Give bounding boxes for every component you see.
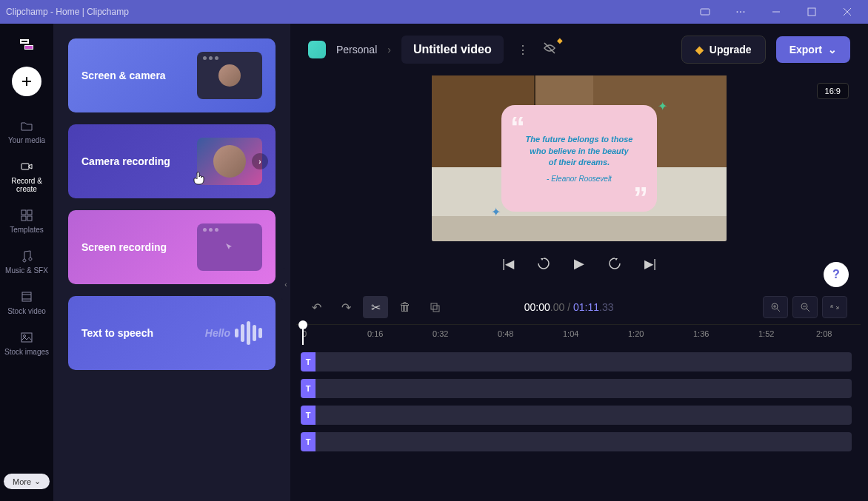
forward-button[interactable] [604,253,625,274]
zoom-out-button[interactable] [792,296,818,318]
timeline-toolbar: ↶ ↷ ✂ 🗑 00:00.00 / 01:11.33 [290,290,861,324]
timeline-track[interactable]: T [301,351,861,373]
zoom-in-button[interactable] [763,296,788,318]
upgrade-button[interactable]: ◆ Upgrade [681,36,766,64]
minimize-icon[interactable] [761,1,791,22]
card-screen-camera[interactable]: Screen & camera [68,38,276,112]
nav-label: Music & SFX [5,266,48,275]
nav-label: Record & create [3,177,50,193]
svg-rect-7 [21,164,29,169]
playhead[interactable] [302,325,304,345]
add-button[interactable] [12,67,41,96]
track-type-badge: T [301,406,316,425]
export-label: Export [789,44,822,56]
more-button[interactable]: More ⌄ [4,474,50,489]
card-title: Text to speech [81,327,153,339]
upgrade-label: Upgrade [710,44,752,56]
image-icon [19,330,34,345]
titlebar: Clipchamp - Home | Clipchamp ··· [0,0,868,24]
chevron-right-icon: › [387,44,391,56]
timeline-clip[interactable] [316,352,852,371]
playback-controls: |◀ ▶ ▶| [498,253,661,274]
export-button[interactable]: Export ⌄ [776,36,850,63]
card-thumbnail [197,52,262,99]
window-overlay-icon[interactable] [690,1,720,22]
delete-button[interactable]: 🗑 [393,296,418,318]
card-camera-recording[interactable]: Camera recording › [68,124,276,198]
redo-button[interactable]: ↷ [333,296,358,318]
skip-start-button[interactable]: |◀ [498,253,518,274]
timeline-clip[interactable] [316,406,852,425]
zoom-fit-button[interactable] [822,296,847,318]
card-thumbnail [197,223,262,271]
sidebar-item-record-create[interactable]: Record & create [0,153,53,199]
project-menu-button[interactable]: ⋮ [514,43,532,57]
film-icon [19,289,34,304]
project-title[interactable]: Untitled video [401,36,504,64]
ruler-tick: 1:36 [693,329,709,338]
timeline-clip[interactable] [316,432,852,451]
ruler-tick: 1:20 [628,329,644,338]
svg-rect-18 [433,306,439,312]
svg-point-16 [24,335,26,337]
chevron-right-icon: › [252,153,268,169]
ruler-tick: 0:48 [498,329,513,338]
svg-rect-17 [431,303,437,309]
card-screen-recording[interactable]: Screen recording [68,210,276,284]
timeline-tracks[interactable]: T T T T [290,345,861,501]
svg-rect-0 [701,9,710,15]
nav-label: Stock video [7,307,46,315]
timeline-clip[interactable] [316,379,852,398]
sidebar-item-your-media[interactable]: Your media [0,112,53,150]
workspace-avatar[interactable] [308,41,326,58]
quote-line: The future belongs to those [526,134,633,145]
sidebar-item-stock-video[interactable]: Stock video [0,283,53,321]
quote-line: who believe in the beauty [526,146,633,157]
sidebar: Your media Record & create Templates Mus… [0,24,53,501]
sidebar-item-music-sfx[interactable]: Music & SFX [0,243,53,280]
video-preview[interactable]: “ The future belongs to those who believ… [432,75,727,241]
track-type-badge: T [301,432,316,451]
undo-button[interactable]: ↶ [304,296,329,318]
quote-author: - Eleanor Roosevelt [547,175,612,183]
folder-icon [19,118,34,133]
timeline-track[interactable]: T [301,431,861,453]
svg-rect-2 [808,8,815,16]
card-text-to-speech[interactable]: Text to speech Hello [68,296,276,370]
ruler-tick: 0:16 [367,329,383,338]
sidebar-item-stock-images[interactable]: Stock images [0,324,53,362]
timeline-ruler[interactable]: 0 0:16 0:32 0:48 1:04 1:20 1:36 1:52 2:0… [296,324,861,345]
split-button[interactable]: ✂ [363,296,388,318]
visibility-toggle[interactable]: ◆ [542,41,557,58]
clipchamp-logo-icon [15,33,39,56]
window-menu-icon[interactable]: ··· [726,1,755,22]
duplicate-button[interactable] [422,296,447,318]
ruler-tick: 1:04 [563,329,578,338]
maximize-icon[interactable] [797,1,827,22]
quote-overlay: “ The future belongs to those who believ… [501,105,657,212]
panel-collapse-button[interactable]: ‹ [281,268,290,300]
close-icon[interactable] [832,1,862,22]
nav-label: Stock images [4,348,49,356]
help-button[interactable]: ? [824,262,849,287]
play-button[interactable]: ▶ [569,253,590,274]
card-title: Screen recording [81,241,167,253]
chevron-down-icon: ⌄ [34,477,41,486]
rewind-button[interactable] [533,253,554,274]
svg-rect-12 [22,292,31,301]
workspace-name[interactable]: Personal [336,44,377,56]
svg-rect-9 [27,210,32,215]
sidebar-item-templates[interactable]: Templates [0,202,53,240]
timeline-track[interactable]: T [301,404,861,426]
track-type-badge: T [301,379,316,398]
timeline-track[interactable]: T [301,377,861,400]
more-label: More [13,477,31,486]
cursor-icon [224,242,235,252]
track-type-badge: T [301,352,316,371]
nav-label: Templates [10,226,44,234]
aspect-ratio-badge[interactable]: 16:9 [817,83,849,99]
music-icon [19,249,34,263]
card-title: Camera recording [81,155,170,167]
skip-end-button[interactable]: ▶| [640,253,661,274]
svg-rect-15 [21,333,32,342]
